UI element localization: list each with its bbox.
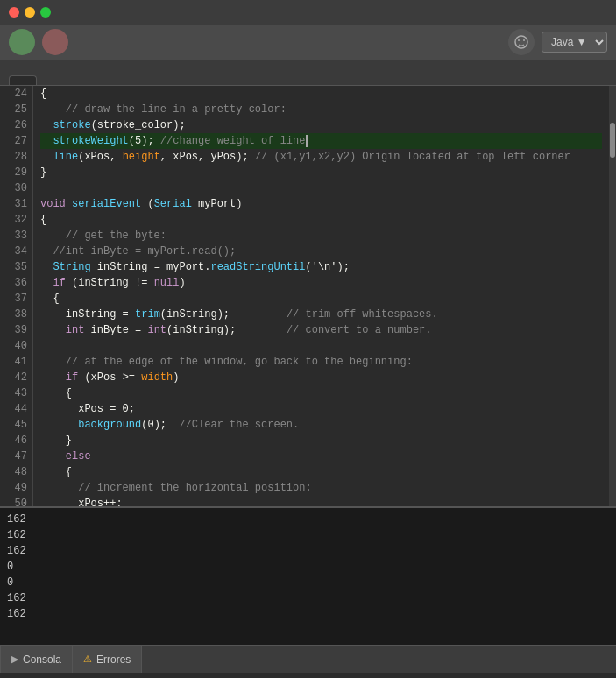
close-button[interactable]	[9, 7, 19, 18]
svg-point-1	[518, 39, 520, 41]
svg-point-0	[515, 36, 527, 48]
bottom-tab-errores[interactable]: ⚠Errores	[73, 646, 142, 673]
code-line[interactable]: xPos = 0;	[40, 401, 602, 417]
console-line: 162	[7, 512, 609, 527]
console-line: 162	[7, 590, 609, 606]
line-numbers: 2425262728293031323334353637383940414243…	[0, 86, 33, 506]
console-line: 162	[7, 606, 609, 622]
code-line[interactable]: void serialEvent (Serial myPort)	[40, 196, 602, 212]
code-line[interactable]	[40, 338, 602, 354]
console-area[interactable]: 16216216200162162	[0, 506, 616, 645]
run-button[interactable]	[9, 29, 35, 55]
code-line[interactable]: strokeWeight(5); //change weight of line	[40, 133, 602, 149]
svg-point-2	[523, 39, 525, 41]
code-line[interactable]: // get the byte:	[40, 228, 602, 244]
debug-icon[interactable]	[508, 29, 535, 55]
code-line[interactable]: }	[40, 165, 602, 180]
scrollbar-thumb[interactable]	[610, 123, 615, 158]
code-line[interactable]: if (inString != null)	[40, 275, 602, 291]
code-line[interactable]: {	[40, 212, 602, 228]
code-line[interactable]: else	[40, 448, 602, 464]
bottom-tab-label: Errores	[96, 653, 131, 666]
code-line[interactable]: background(0); //Clear the screen.	[40, 417, 602, 433]
code-line[interactable]: String inString = myPort.readStringUntil…	[40, 259, 602, 275]
code-line[interactable]: stroke(stroke_color);	[40, 117, 602, 133]
minimize-button[interactable]	[25, 7, 35, 18]
console-line: 0	[7, 559, 609, 575]
code-line[interactable]: int inByte = int(inString); // convert t…	[40, 322, 602, 338]
maximize-button[interactable]	[40, 7, 51, 18]
console-line: 0	[7, 575, 609, 590]
traffic-lights	[0, 7, 51, 18]
bottom-tab-consola[interactable]: ▶Consola	[0, 646, 73, 673]
code-line[interactable]: {	[40, 291, 602, 307]
code-line[interactable]: {	[40, 464, 602, 480]
code-line[interactable]: if (xPos >= width)	[40, 370, 602, 385]
java-dropdown[interactable]: Java ▼	[542, 32, 607, 53]
tab-arduino-graph-stroke[interactable]	[9, 75, 37, 85]
code-line[interactable]: //int inByte = myPort.read();	[40, 244, 602, 259]
toolbar-right: Java ▼	[508, 29, 607, 55]
tabbar	[0, 60, 616, 86]
bottom-toolbar: ▶Consola⚠Errores	[0, 645, 616, 673]
code-area[interactable]: { // draw the line in a pretty color: st…	[33, 86, 609, 506]
errors-icon: ⚠	[83, 653, 92, 665]
code-line[interactable]: // at the edge of the window, go back to…	[40, 354, 602, 370]
code-line[interactable]: {	[40, 86, 602, 102]
code-line[interactable]: }	[40, 433, 602, 448]
code-line[interactable]: // draw the line in a pretty color:	[40, 102, 602, 117]
code-line[interactable]: line(xPos, height, xPos, yPos); // (x1,y…	[40, 149, 602, 165]
bottom-tab-label: Consola	[23, 653, 61, 666]
console-icon: ▶	[11, 653, 18, 665]
code-line[interactable]: inString = trim(inString); // trim off w…	[40, 307, 602, 322]
code-line[interactable]: xPos++;	[40, 496, 602, 506]
code-line[interactable]	[40, 180, 602, 196]
titlebar	[0, 0, 616, 25]
editor-scrollbar[interactable]	[609, 86, 616, 506]
stop-button[interactable]	[42, 29, 68, 55]
console-line: 162	[7, 527, 609, 543]
code-line[interactable]: // increment the horizontal position:	[40, 480, 602, 496]
console-line: 162	[7, 543, 609, 559]
code-editor[interactable]: 2425262728293031323334353637383940414243…	[0, 86, 616, 506]
toolbar: Java ▼	[0, 25, 616, 60]
code-line[interactable]: {	[40, 385, 602, 401]
